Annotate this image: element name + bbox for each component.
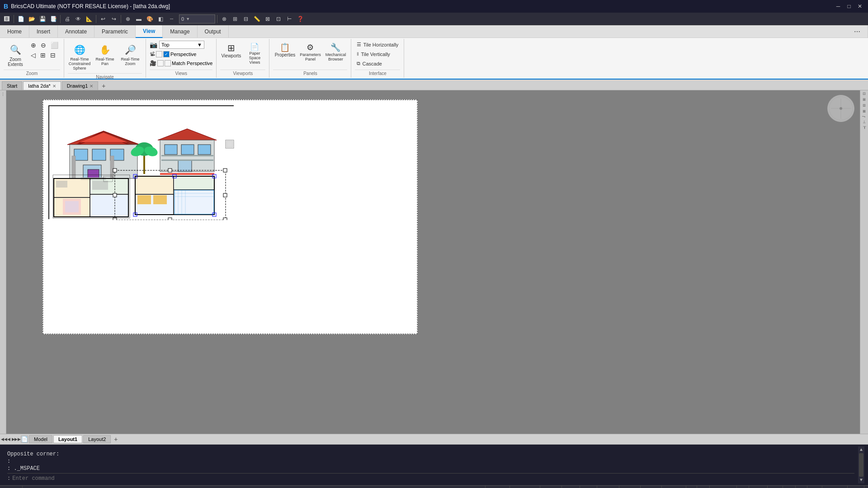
3d-perspective-check[interactable]: ✓ [163,51,170,57]
new-icon[interactable]: 📄 [16,14,26,24]
status-esnap[interactable]: ESNAP [641,486,662,488]
library-panel-icon[interactable]: ⊣ [862,120,866,123]
status-dyn[interactable]: DYN [768,486,783,488]
plot-icon[interactable]: 📐 [84,14,94,24]
2d-match-check[interactable] [157,60,164,66]
tab-manage[interactable]: Manage [163,25,197,38]
model-tab[interactable]: Model [29,435,52,443]
nav-last-button[interactable]: ▶▶ [15,436,20,443]
status-ortho[interactable]: ORTHO [597,486,619,488]
bricscad-menu-icon[interactable]: 🅱 [2,14,12,24]
views-dropdown[interactable]: Top ▼ [159,41,204,49]
print-icon[interactable]: 🖨 [62,14,72,24]
measure-icon[interactable]: 📏 [252,14,262,24]
zoom-window-button[interactable]: ⬜ [49,41,60,50]
3d-match-check[interactable] [165,60,171,66]
properties-button[interactable]: 📋 Properties [273,41,297,59]
zoom-dyn-button[interactable]: ⊟ [48,51,57,60]
tab-home[interactable]: Home [0,25,29,38]
rt-pan-button[interactable]: ✋ Real-TimePan [93,41,117,68]
open-icon[interactable]: 📂 [27,14,37,24]
parameters-panel-button[interactable]: ⚙ ParametersPanel [298,41,322,63]
line-weight-icon[interactable]: ▬ [134,14,144,24]
table-icon[interactable]: ⊡ [274,14,283,24]
tab-insert[interactable]: Insert [29,25,58,38]
tab-output[interactable]: Output [198,25,229,38]
canvas-area[interactable]: ⊡ ⊞ ⊟ ⊠ ƒ ⊣ ⊢ [6,90,868,434]
status-grid[interactable]: GRID [580,486,597,488]
rt-zoom-button[interactable]: 🔎 Real-TimeZoom [118,41,142,68]
tab-annotate[interactable]: Annotate [58,25,94,38]
status-strack[interactable]: STRACK [662,486,686,488]
doc-tab-drawing1[interactable]: Drawing1 ✕ [62,81,98,90]
snap2-icon[interactable]: ⊗ [219,14,229,24]
status-dokuml[interactable]: DOKUML [822,486,848,488]
status-snap[interactable]: SNAP [562,486,580,488]
zoom-prev-button[interactable]: ◁ [29,51,38,60]
mechanical-browser-button[interactable]: 🔧 MechanicalBrowser [324,41,347,63]
close-button[interactable]: ✕ [855,2,864,11]
maximize-button[interactable]: □ [844,2,854,11]
zoom-in-button[interactable]: ⊕ [29,41,38,50]
status-lt[interactable]: LT [686,486,697,488]
doc-tab-add-button[interactable]: + [99,82,108,90]
doc-tab-start[interactable]: Start [2,81,22,90]
layout1-tab[interactable]: Layout1 [53,435,82,443]
layout-add-button[interactable]: + [112,435,120,443]
command-input[interactable] [12,475,854,482]
layers-panel-icon[interactable]: ⊞ [862,98,866,101]
blocks-panel-icon[interactable]: ⊟ [862,104,866,107]
status-ducs[interactable]: DUCS [749,486,768,488]
snap-panel-icon[interactable]: ⊠ [862,110,866,113]
cmd-scroll-down[interactable]: ▼ [860,478,863,483]
cascade-button[interactable]: ⧉ Cascade [355,60,383,67]
zoom-out-button[interactable]: ⊖ [39,41,48,50]
paper-space-button[interactable]: 📄 Paper SpaceViews [244,41,265,66]
osnap-icon[interactable]: ⊞ [230,14,240,24]
zoom-extents-button[interactable]: 🔍 ZoomExtents [4,41,27,69]
viewports-button[interactable]: ⊞ Viewports [220,41,242,60]
layer-icon[interactable]: ◧ [156,14,165,24]
doc-tab-latha-close[interactable]: ✕ [52,84,56,89]
doc-tab-drawing1-close[interactable]: ✕ [90,84,93,89]
save-as-icon[interactable]: 📑 [48,14,58,24]
save-icon[interactable]: 💾 [38,14,47,24]
zoom-all-button[interactable]: ⊞ [38,51,47,60]
tab-expand[interactable]: ⋯ [847,25,868,38]
tab-parametric[interactable]: Parametric [94,25,136,38]
status-rt[interactable]: RT [796,486,807,488]
status-polar[interactable]: POLAR [619,486,641,488]
layout-sheet-icon[interactable]: 📄 [21,436,28,443]
display-panel-icon[interactable]: ⊢ [862,126,866,129]
2d-perspective-check[interactable] [156,51,162,57]
nav-prev-button[interactable]: ◀ [6,436,11,443]
linetype-icon[interactable]: ┄ [166,14,176,24]
doc-tab-latha2da[interactable]: latha 2da* ✕ [23,81,61,90]
layer-dropdown[interactable]: 0 ▼ [179,14,215,23]
layout2-tab[interactable]: Layout2 [83,435,111,443]
properties-panel-icon[interactable]: ⊡ [862,92,866,95]
status-qp[interactable]: QP [783,486,795,488]
print-preview-icon[interactable]: 👁 [73,14,83,24]
viewcube[interactable] [827,95,854,122]
undo-icon[interactable]: ↩ [98,14,108,24]
cmd-scroll-up[interactable]: ▲ [860,447,863,452]
status-hka[interactable]: HKA [807,486,823,488]
help-icon[interactable]: ❓ [295,14,305,24]
snap-icon[interactable]: ⊕ [123,14,133,24]
formula-panel-icon[interactable]: ƒ [862,116,866,117]
redo-icon[interactable]: ↪ [109,14,119,24]
status-wt[interactable]: WT [697,486,710,488]
field-icon[interactable]: ⊢ [284,14,294,24]
status-none[interactable]: None [848,486,864,488]
tile-vertically-button[interactable]: ⦀ Tile Vertically [355,50,392,58]
minimize-button[interactable]: ─ [834,2,843,11]
tracking-icon[interactable]: ⊟ [241,14,251,24]
tab-view[interactable]: View [136,25,163,38]
color-icon[interactable]: 🎨 [145,14,155,24]
rt-constrained-button[interactable]: 🌐 Real-TimeConstrained Sphere [68,41,91,72]
tile-horizontally-button[interactable]: ☰ Tile Horizontally [355,41,400,48]
cmd-scroll-thumb[interactable] [859,453,863,477]
block-icon[interactable]: ⊠ [263,14,273,24]
nav-first-button[interactable]: ◀◀ [2,436,6,443]
